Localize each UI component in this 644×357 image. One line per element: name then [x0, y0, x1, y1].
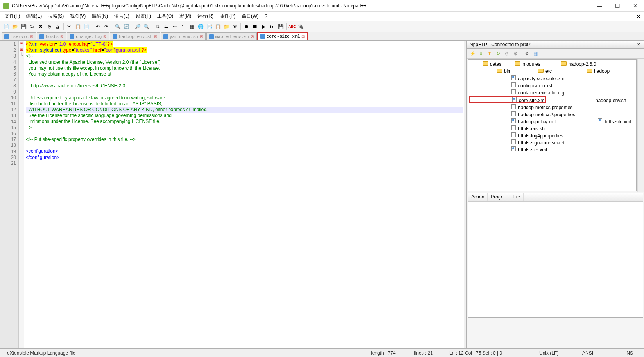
tab-close-icon[interactable]: ⊠ — [103, 34, 106, 39]
menu-item-9[interactable]: 运行(R) — [195, 12, 216, 20]
open-file-icon[interactable]: 📂 — [11, 23, 19, 31]
cut-icon[interactable]: ✂ — [65, 23, 73, 31]
tree-item-bin[interactable]: bin — [469, 68, 510, 75]
replace-icon[interactable]: 🔄 — [122, 23, 130, 31]
tree-item-hadoop-2-6-0[interactable]: hadoop-2.6.0 — [540, 61, 596, 68]
tab-hadoop-env-sh[interactable]: hadoop-env.sh⊠ — [110, 32, 160, 40]
tree-item-hdfs-site-xml[interactable]: hdfs-site.xml — [556, 118, 631, 125]
tree-item-httpfs-log4j-properties[interactable]: httpfs-log4j.properties — [469, 132, 563, 139]
tree-item-datas[interactable]: datas — [469, 61, 501, 68]
tree-item-core-site-xml[interactable]: core-site.xml — [469, 96, 546, 103]
tab-core-site-xml[interactable]: core-site.xml⊠ — [257, 32, 308, 40]
settings-icon[interactable]: ⚙ — [524, 50, 530, 57]
nppftp-close-icon[interactable]: ✕ — [636, 42, 641, 47]
tree-item-hadoop-metrics-properties[interactable]: hadoop-metrics.properties — [469, 104, 572, 111]
grid-col-action[interactable]: Action — [468, 193, 488, 201]
replay-macro-icon[interactable]: ⏭ — [268, 23, 276, 31]
upload-icon[interactable]: ⬆ — [486, 50, 493, 57]
plugin-icon[interactable]: 🔌 — [297, 23, 305, 31]
tab-lservrc[interactable]: lservrc⊠ — [2, 32, 36, 40]
menu-item-3[interactable]: 视图(V) — [68, 12, 88, 20]
tab-mapred-env-sh[interactable]: mapred-env.sh⊠ — [206, 32, 257, 40]
refresh-icon[interactable]: ↻ — [495, 50, 501, 57]
abort-icon[interactable]: ⊘ — [504, 50, 510, 57]
new-file-icon[interactable]: 📄 — [2, 23, 10, 31]
close-button[interactable]: ✕ — [630, 3, 641, 9]
grid-col-progr[interactable]: Progr... — [488, 193, 509, 201]
tab-close-icon[interactable]: ⊠ — [60, 34, 63, 39]
status-encoding[interactable]: ANSI — [578, 349, 621, 357]
tree-item-modules[interactable]: modules — [501, 61, 540, 68]
tree-item-hadoop-env-sh[interactable]: hadoop-env.sh — [546, 97, 626, 104]
save-icon[interactable]: 💾 — [20, 23, 27, 31]
status-eol[interactable]: Unix (LF) — [535, 349, 578, 357]
tree-scrollbar[interactable] — [637, 59, 644, 192]
func-list-icon[interactable]: 📋 — [214, 23, 222, 31]
indent-guide-icon[interactable]: ▦ — [188, 23, 196, 31]
tree-item-httpfs-env-sh[interactable]: httpfs-env.sh — [469, 125, 545, 132]
paste-icon[interactable]: 📄 — [83, 23, 90, 31]
menu-item-8[interactable]: 宏(M) — [177, 12, 194, 20]
show-chars-icon[interactable]: ¶ — [179, 23, 187, 31]
menu-item-6[interactable]: 设置(T) — [133, 12, 153, 20]
folder-icon[interactable]: 📁 — [222, 23, 230, 31]
play-macro-icon[interactable]: ▶ — [260, 23, 267, 31]
menu-item-4[interactable]: 编码(N) — [90, 12, 110, 20]
code-editor[interactable]: <?xml version="1.0" encoding="UTF-8"?><?… — [24, 41, 464, 348]
tree-item-container-executor-cfg[interactable]: container-executor.cfg — [469, 89, 564, 96]
tab-hosts[interactable]: hosts⊠ — [37, 32, 66, 40]
tab-close-icon[interactable]: ⊠ — [200, 34, 203, 39]
tab-change-log[interactable]: change.log⊠ — [67, 32, 109, 40]
menubar-close-icon[interactable]: ✕ — [636, 13, 641, 20]
disconnect-icon[interactable]: ⬇ — [478, 50, 484, 57]
wrap-icon[interactable]: ↩ — [171, 23, 179, 31]
doc-map-icon[interactable]: 📑 — [205, 23, 213, 31]
redo-icon[interactable]: ↷ — [102, 23, 110, 31]
close-all-icon[interactable]: ⊗ — [45, 23, 53, 31]
sync-v-icon[interactable]: ⇅ — [154, 23, 161, 31]
sync-h-icon[interactable]: ⇆ — [162, 23, 170, 31]
close-file-icon[interactable]: ✖ — [37, 23, 45, 31]
minimize-button[interactable]: — — [594, 3, 605, 9]
copy-icon[interactable]: 📋 — [74, 23, 82, 31]
status-insert-mode[interactable]: INS — [621, 349, 641, 357]
menu-item-11[interactable]: 窗口(W) — [239, 12, 261, 20]
messages-icon[interactable]: ▦ — [532, 50, 538, 57]
ftp-tree[interactable]: datasmoduleshadoop-2.6.0binetchadoopcapa… — [468, 60, 637, 191]
menu-item-2[interactable]: 搜索(S) — [46, 12, 66, 20]
menu-item-1[interactable]: 编辑(E) — [24, 12, 44, 20]
connect-icon[interactable]: ⚡ — [469, 50, 475, 57]
tree-item-hadoop-policy-xml[interactable]: hadoop-policy.xml — [469, 118, 556, 125]
save-all-icon[interactable]: 🗂 — [28, 23, 36, 31]
lang-icon[interactable]: 🌐 — [197, 23, 205, 31]
find-icon[interactable]: 🔍 — [114, 23, 122, 31]
monitor-icon[interactable]: 👁 — [231, 23, 239, 31]
fold-column[interactable]: ⊟⊟└ — [19, 41, 24, 348]
menu-item-10[interactable]: 插件(P) — [217, 12, 238, 20]
menu-item-7[interactable]: 工具(O) — [155, 12, 176, 20]
menu-item-12[interactable]: ? — [262, 13, 270, 20]
tab-close-icon[interactable]: ⊠ — [301, 34, 305, 39]
maximize-button[interactable]: ☐ — [612, 3, 623, 9]
menu-item-5[interactable]: 语言(L) — [112, 12, 132, 20]
tab-yarn-env-sh[interactable]: yarn-env.sh⊠ — [161, 32, 206, 40]
menu-item-0[interactable]: 文件(F) — [2, 12, 22, 20]
tree-item-hadoop-metrics2-properties[interactable]: hadoop-metrics2.properties — [469, 111, 575, 118]
tree-item-httpfs-signature-secret[interactable]: httpfs-signature.secret — [469, 139, 565, 146]
tree-item-httpfs-site-xml[interactable]: httpfs-site.xml — [469, 146, 547, 153]
save-macro-icon[interactable]: 💾 — [277, 23, 285, 31]
tab-close-icon[interactable]: ⊠ — [251, 34, 254, 39]
stop-macro-icon[interactable]: ⏹ — [251, 23, 259, 31]
tree-item-configuration-xsl[interactable]: configuration.xsl — [469, 82, 552, 89]
tree-item-hadoop[interactable]: hadoop — [552, 68, 610, 75]
tab-close-icon[interactable]: ⊠ — [154, 34, 157, 39]
print-icon[interactable]: 🖨 — [54, 23, 62, 31]
spell-check-icon[interactable]: ABC — [288, 23, 296, 31]
record-macro-icon[interactable]: ⏺ — [242, 23, 250, 31]
raw-cmd-icon[interactable]: ⚙ — [512, 50, 518, 57]
tree-item-capacity-scheduler-xml[interactable]: capacity-scheduler.xml — [469, 75, 565, 82]
zoom-out-icon[interactable]: 🔍 — [142, 23, 150, 31]
grid-col-file[interactable]: File — [509, 193, 524, 201]
tab-close-icon[interactable]: ⊠ — [30, 34, 33, 39]
undo-icon[interactable]: ↶ — [94, 23, 102, 31]
